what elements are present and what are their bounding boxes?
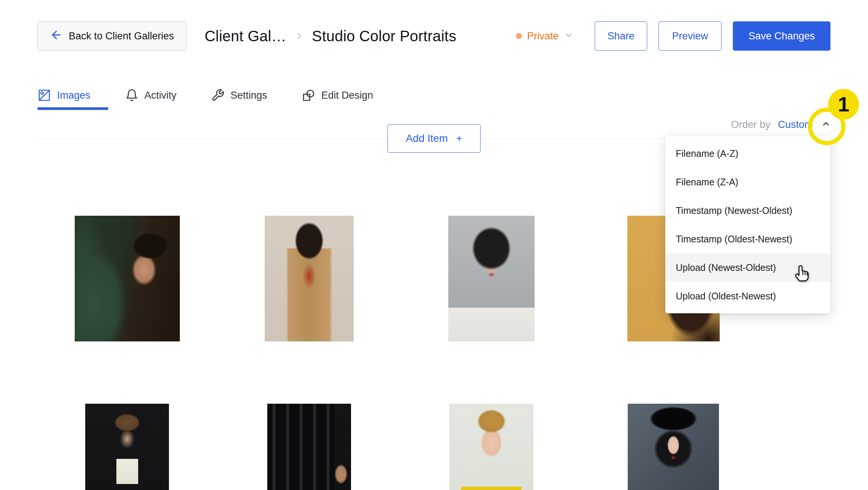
gallery-photo[interactable]	[75, 216, 180, 341]
tab-settings[interactable]: Settings	[211, 83, 267, 107]
privacy-status-label: Private	[527, 30, 559, 42]
breadcrumb-parent[interactable]: Client Gal…	[205, 28, 286, 45]
plus-icon: +	[456, 132, 462, 144]
save-changes-button-label: Save Changes	[748, 30, 815, 42]
breadcrumb: Client Gal… › Studio Color Portraits	[205, 21, 456, 51]
tab-settings-label: Settings	[231, 90, 267, 101]
share-button[interactable]: Share	[595, 21, 647, 51]
back-button-label: Back to Client Galleries	[69, 30, 174, 42]
save-changes-button[interactable]: Save Changes	[733, 21, 830, 51]
menu-item-timestamp-newest-oldest[interactable]: Timestamp (Newest-Oldest)	[665, 196, 830, 225]
share-button-label: Share	[607, 30, 634, 42]
order-by-value[interactable]: Custom	[778, 119, 813, 131]
shapes-icon	[302, 89, 315, 102]
menu-item-upload-oldest-newest[interactable]: Upload (Oldest-Newest)	[665, 282, 830, 310]
image-grid	[36, 216, 764, 490]
gallery-photo[interactable]	[267, 404, 351, 490]
tab-edit-design-label: Edit Design	[321, 90, 373, 101]
gallery-photo[interactable]	[265, 216, 354, 341]
annotation-step-number: 1	[838, 92, 850, 116]
tab-edit-design[interactable]: Edit Design	[302, 83, 373, 107]
wrench-icon	[211, 89, 225, 102]
chevron-up-icon[interactable]	[820, 118, 832, 131]
gallery-photo[interactable]	[449, 404, 533, 490]
annotation-step-badge: 1	[828, 89, 859, 120]
menu-item-timestamp-oldest-newest[interactable]: Timestamp (Oldest-Newest)	[665, 225, 830, 253]
menu-item-filename-za[interactable]: Filename (Z-A)	[665, 168, 830, 196]
status-dot-icon	[516, 33, 522, 39]
image-icon	[38, 89, 51, 102]
breadcrumb-current: Studio Color Portraits	[312, 28, 457, 45]
preview-button[interactable]: Preview	[659, 21, 722, 51]
add-item-label: Add Item	[406, 132, 448, 144]
tab-activity-label: Activity	[145, 90, 177, 101]
order-by-menu: Filename (A-Z) Filename (Z-A) Timestamp …	[665, 136, 830, 313]
menu-item-upload-newest-oldest[interactable]: Upload (Newest-Oldest)	[665, 253, 830, 282]
arrow-left-icon	[50, 29, 63, 44]
gallery-photo[interactable]	[628, 404, 719, 490]
breadcrumb-separator-icon: ›	[297, 27, 301, 43]
menu-item-filename-az[interactable]: Filename (A-Z)	[665, 139, 830, 168]
header-actions: Share Preview Save Changes	[595, 21, 830, 51]
page-header: Back to Client Galleries Client Gal… › S…	[0, 0, 868, 56]
gallery-photo[interactable]	[85, 404, 169, 490]
tab-activity[interactable]: Activity	[125, 83, 177, 107]
active-tab-underline	[38, 107, 108, 110]
bell-icon	[125, 89, 139, 102]
tab-images[interactable]: Images	[38, 83, 90, 107]
order-by-control: Order by Custom	[731, 115, 832, 134]
preview-button-label: Preview	[672, 30, 708, 42]
add-item-button[interactable]: Add Item +	[387, 124, 481, 153]
back-to-client-galleries-button[interactable]: Back to Client Galleries	[38, 21, 187, 51]
order-by-label: Order by	[731, 119, 770, 131]
tab-bar: Images Activity Settings Edit Design	[38, 83, 373, 107]
gallery-photo[interactable]	[448, 216, 535, 341]
tab-images-label: Images	[57, 90, 90, 101]
chevron-down-icon	[564, 30, 574, 42]
privacy-status-dropdown[interactable]: Private	[516, 21, 574, 51]
